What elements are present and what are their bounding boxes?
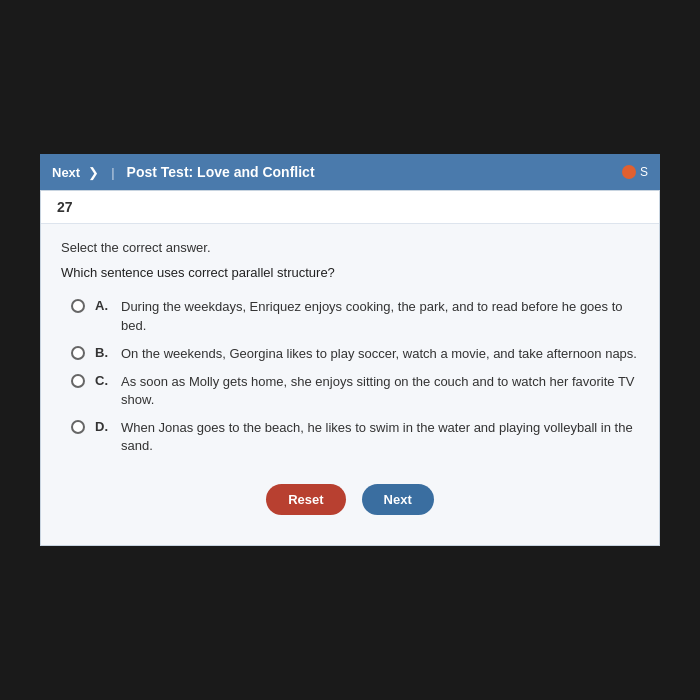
- option-c[interactable]: C. As soon as Molly gets home, she enjoy…: [71, 373, 639, 409]
- top-bar: Next ❯ | Post Test: Love and Conflict S: [40, 154, 660, 190]
- option-a-letter: A.: [95, 298, 111, 313]
- test-title: Post Test: Love and Conflict: [127, 164, 614, 180]
- reset-button[interactable]: Reset: [266, 484, 345, 515]
- next-button[interactable]: Next: [362, 484, 434, 515]
- question-number-bar: 27: [41, 191, 659, 224]
- right-label: S: [640, 165, 648, 179]
- option-b-letter: B.: [95, 345, 111, 360]
- question-number: 27: [57, 199, 73, 215]
- next-label[interactable]: Next: [52, 165, 80, 180]
- option-a-text: During the weekdays, Enriquez enjoys coo…: [121, 298, 639, 334]
- option-b-text: On the weekends, Georgina likes to play …: [121, 345, 637, 363]
- options-list: A. During the weekdays, Enriquez enjoys …: [71, 298, 639, 455]
- option-a[interactable]: A. During the weekdays, Enriquez enjoys …: [71, 298, 639, 334]
- status-indicator: [622, 165, 636, 179]
- option-d[interactable]: D. When Jonas goes to the beach, he like…: [71, 419, 639, 455]
- next-icon: ❯: [88, 165, 99, 180]
- radio-a[interactable]: [71, 299, 85, 313]
- option-d-text: When Jonas goes to the beach, he likes t…: [121, 419, 639, 455]
- question-text: Which sentence uses correct parallel str…: [61, 265, 639, 280]
- instruction-text: Select the correct answer.: [61, 240, 639, 255]
- top-bar-right: S: [622, 165, 648, 179]
- content-area: 27 Select the correct answer. Which sent…: [40, 190, 660, 545]
- question-body: Select the correct answer. Which sentenc…: [41, 224, 659, 544]
- option-b[interactable]: B. On the weekends, Georgina likes to pl…: [71, 345, 639, 363]
- radio-c[interactable]: [71, 374, 85, 388]
- separator: |: [111, 165, 114, 180]
- option-d-letter: D.: [95, 419, 111, 434]
- radio-d[interactable]: [71, 420, 85, 434]
- app-wrapper: Next ❯ | Post Test: Love and Conflict S …: [40, 154, 660, 545]
- option-c-text: As soon as Molly gets home, she enjoys s…: [121, 373, 639, 409]
- radio-b[interactable]: [71, 346, 85, 360]
- buttons-row: Reset Next: [61, 484, 639, 525]
- option-c-letter: C.: [95, 373, 111, 388]
